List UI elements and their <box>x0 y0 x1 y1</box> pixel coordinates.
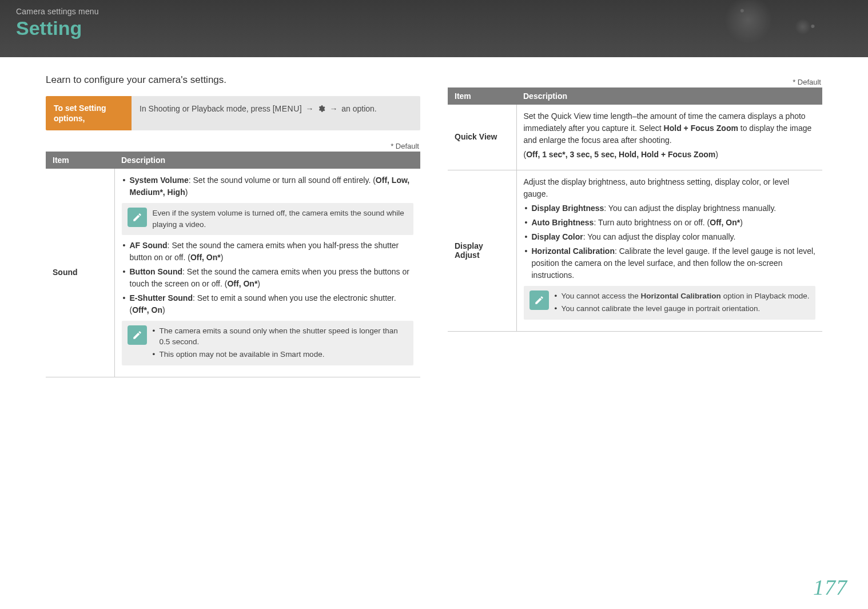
system-volume-label: System Volume <box>130 176 189 185</box>
note-box: Even if the system volume is turned off,… <box>122 203 414 234</box>
default-note-right: * Default <box>449 78 821 86</box>
qv-opts: Off, 1 sec*, 3 sec, 5 sec, Hold, Hold + … <box>526 150 715 159</box>
system-volume-close: ) <box>185 188 188 197</box>
th-item: Item <box>448 87 516 105</box>
page-body: Learn to configure your camera's setting… <box>0 57 868 389</box>
af-sound-text: : Set the sound the camera emits when yo… <box>130 241 399 262</box>
eshutter-sound-opts: Off*, On <box>132 305 162 315</box>
display-brightness-label: Display Brightness <box>532 204 604 213</box>
step-label: To set Setting options, <box>46 96 132 130</box>
list-item: Display Color: You can adjust the displa… <box>524 231 816 243</box>
hc-note-post: option in Playback mode. <box>721 292 810 300</box>
gear-icon <box>317 104 325 116</box>
note-box: The camera emits a sound only when the s… <box>122 321 414 366</box>
button-sound-opts: Off, On* <box>227 279 257 288</box>
right-column: * Default Item Description Quick View Se… <box>448 74 822 377</box>
arrow-icon: → <box>306 104 314 113</box>
page-header: Camera settings menu Setting <box>0 0 868 57</box>
left-column: Learn to configure your camera's setting… <box>46 74 420 377</box>
step-block: To set Setting options, In Shooting or P… <box>46 96 420 130</box>
item-quick-view: Quick View <box>448 105 516 170</box>
list-item: Auto Brightness: Turn auto brightness on… <box>524 217 816 229</box>
pen-icon <box>529 290 549 310</box>
display-color-label: Display Color <box>532 232 583 241</box>
item-sound: Sound <box>46 169 114 377</box>
note-item: The camera emits a sound only when the s… <box>153 325 408 348</box>
qv-hfz: Hold + Focus Zoom <box>664 124 738 133</box>
system-volume-text: : Set the sound volume or turn all sound… <box>189 176 376 185</box>
auto-brightness-opts: Off, On* <box>710 218 740 227</box>
breadcrumb: Camera settings menu <box>16 7 852 16</box>
arrow-icon: → <box>329 104 337 113</box>
step-body: In Shooting or Playback mode, press [MEN… <box>132 96 420 130</box>
pen-icon <box>128 208 147 227</box>
display-brightness-text: : You can adjust the display brightness … <box>604 204 776 213</box>
th-description: Description <box>114 152 420 169</box>
list-item: Horizontal Calibration: Calibrate the le… <box>524 245 816 281</box>
table-row: Sound System Volume: Set the sound volum… <box>46 169 420 377</box>
list-item: AF Sound: Set the sound the camera emits… <box>122 240 414 264</box>
intro-text: Learn to configure your camera's setting… <box>46 74 420 86</box>
note-item: This option may not be available in Smar… <box>153 349 408 360</box>
list-item: E-Shutter Sound: Set to emit a sound whe… <box>122 292 414 316</box>
step-body-pre: In Shooting or Playback mode, press [ <box>140 104 275 113</box>
settings-table-right: Item Description Quick View Set the Quic… <box>448 87 822 332</box>
list-item: Display Brightness: You can adjust the d… <box>524 202 816 214</box>
table-row: Display Adjust Adjust the display bright… <box>448 170 822 332</box>
default-note-left: * Default <box>47 142 419 150</box>
af-sound-opts: Off, On* <box>190 253 221 262</box>
af-sound-label: AF Sound <box>130 241 168 250</box>
pen-icon <box>128 325 147 345</box>
display-color-text: : You can adjust the display color manua… <box>583 232 736 241</box>
af-sound-close: ) <box>221 253 224 262</box>
note-text: You cannot access the Horizontal Calibra… <box>555 290 810 315</box>
list-item: Button Sound: Set the sound the camera e… <box>122 266 414 290</box>
note-text: Even if the system volume is turned off,… <box>153 208 408 230</box>
note-item: You cannot calibrate the level gauge in … <box>555 303 810 315</box>
auto-brightness-label: Auto Brightness <box>532 218 594 227</box>
hc-note-pre: You cannot access the <box>562 292 641 300</box>
eshutter-sound-label: E-Shutter Sound <box>130 293 193 302</box>
auto-brightness-text: : Turn auto brightness on or off. ( <box>594 218 710 227</box>
table-row: Quick View Set the Quick View time lengt… <box>448 105 822 170</box>
th-description: Description <box>516 87 822 105</box>
menu-key: MENU <box>275 104 300 113</box>
button-sound-close: ) <box>257 279 260 288</box>
note-box: You cannot access the Horizontal Calibra… <box>524 286 816 320</box>
page-title: Setting <box>16 17 852 39</box>
desc-sound: System Volume: Set the sound volume or t… <box>114 169 420 377</box>
step-body-post: an option. <box>341 104 377 113</box>
list-item: System Volume: Set the sound volume or t… <box>122 174 414 198</box>
auto-brightness-close: ) <box>740 218 743 227</box>
desc-quick-view: Set the Quick View time length–the amoun… <box>516 105 822 170</box>
button-sound-label: Button Sound <box>130 267 183 276</box>
horizontal-calibration-label: Horizontal Calibration <box>532 246 615 256</box>
qv-opts-close: ) <box>715 150 718 159</box>
note-text: The camera emits a sound only when the s… <box>153 325 408 361</box>
hc-note-bold: Horizontal Calibration <box>641 292 721 300</box>
settings-table-left: Item Description Sound System Volume: Se… <box>46 152 420 377</box>
display-lead: Adjust the display brightness, auto brig… <box>524 176 816 200</box>
th-item: Item <box>46 152 114 169</box>
note-item: You cannot access the Horizontal Calibra… <box>555 290 810 302</box>
eshutter-sound-close: ) <box>162 305 165 315</box>
item-display-adjust: Display Adjust <box>448 170 516 332</box>
desc-display-adjust: Adjust the display brightness, auto brig… <box>516 170 822 332</box>
